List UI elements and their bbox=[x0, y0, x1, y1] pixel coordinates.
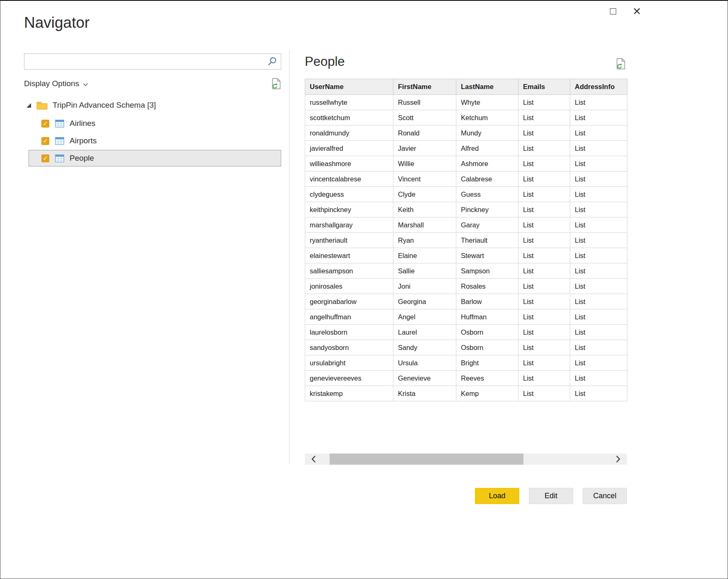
table-cell: List bbox=[518, 202, 570, 217]
table-cell: Ursula bbox=[393, 355, 456, 371]
table-cell: Bright bbox=[456, 355, 518, 371]
table-row: willieashmoreWillieAshmoreListList bbox=[305, 156, 627, 171]
table-row: vincentcalabreseVincentCalabreseListList bbox=[305, 171, 627, 187]
table-cell: clydeguess bbox=[305, 187, 393, 202]
table-cell: List bbox=[570, 171, 627, 187]
table-cell: Whyte bbox=[456, 95, 518, 110]
table-cell: genevievereeves bbox=[305, 371, 393, 386]
table-cell: List bbox=[570, 110, 627, 125]
table-cell: Pinckney bbox=[456, 202, 518, 217]
scroll-right-button[interactable] bbox=[610, 454, 627, 465]
table-cell: Rosales bbox=[456, 279, 518, 294]
table-cell: jonirosales bbox=[305, 279, 393, 294]
close-icon: ✕ bbox=[633, 5, 641, 17]
table-cell: List bbox=[570, 325, 627, 340]
chevron-right-icon bbox=[616, 455, 621, 463]
table-cell: sandyosborn bbox=[305, 340, 393, 355]
table-row: elainestewartElaineStewartListList bbox=[305, 248, 627, 263]
table-cell: Ryan bbox=[393, 233, 456, 248]
table-cell: angelhuffman bbox=[305, 309, 393, 325]
tree-item-label: Airlines bbox=[70, 119, 95, 128]
table-cell: Garay bbox=[456, 217, 518, 233]
table-cell: List bbox=[518, 371, 570, 386]
checkbox-icon[interactable]: ✓ bbox=[41, 154, 49, 162]
table-cell: List bbox=[570, 125, 627, 141]
tree-items: ✓Airlines✓Airports✓People bbox=[24, 115, 281, 166]
table-cell: Vincent bbox=[393, 171, 456, 187]
edit-button[interactable]: Edit bbox=[529, 488, 573, 504]
table-cell: Sallie bbox=[393, 263, 456, 279]
table-cell: scottketchum bbox=[305, 110, 393, 125]
table-cell: List bbox=[570, 309, 627, 325]
tree-item-label: Airports bbox=[70, 136, 96, 145]
table-row: ryantheriaultRyanTheriaultListList bbox=[305, 233, 627, 248]
table-cell: ryantheriault bbox=[305, 233, 393, 248]
table-cell: List bbox=[518, 248, 570, 263]
table-cell: laurelosborn bbox=[305, 325, 393, 340]
search-box bbox=[24, 53, 281, 70]
tree-item-people[interactable]: ✓People bbox=[29, 150, 281, 166]
table-row: ursulabrightUrsulaBrightListList bbox=[305, 355, 627, 371]
table-cell: Osborn bbox=[456, 340, 518, 355]
refresh-preview-button[interactable] bbox=[616, 58, 626, 70]
table-cell: List bbox=[518, 294, 570, 309]
table-row: marshallgarayMarshallGarayListList bbox=[305, 217, 627, 233]
table-cell: Sampson bbox=[456, 263, 518, 279]
table-cell: Sandy bbox=[393, 340, 456, 355]
table-cell: List bbox=[570, 233, 627, 248]
scrollbar-thumb[interactable] bbox=[330, 454, 523, 465]
cancel-button[interactable]: Cancel bbox=[583, 488, 627, 504]
table-row: georginabarlowGeorginaBarlowListList bbox=[305, 294, 627, 309]
table-cell: Javier bbox=[393, 141, 456, 156]
table-cell: List bbox=[518, 156, 570, 171]
tree-item-airports[interactable]: ✓Airports bbox=[29, 133, 281, 149]
maximize-button[interactable] bbox=[605, 3, 621, 19]
table-row: sandyosbornSandyOsbornListList bbox=[305, 340, 627, 355]
table-cell: vincentcalabrese bbox=[305, 171, 393, 187]
table-cell: Theriault bbox=[456, 233, 518, 248]
table-cell: salliesampson bbox=[305, 263, 393, 279]
table-cell: List bbox=[570, 279, 627, 294]
checkbox-icon[interactable]: ✓ bbox=[41, 137, 49, 145]
table-cell: Osborn bbox=[456, 325, 518, 340]
table-cell: List bbox=[518, 95, 570, 110]
table-cell: List bbox=[570, 141, 627, 156]
table-row: angelhuffmanAngelHuffmanListList bbox=[305, 309, 627, 325]
table-cell: Mundy bbox=[456, 125, 518, 141]
close-button[interactable]: ✕ bbox=[629, 3, 645, 19]
load-button[interactable]: Load bbox=[475, 488, 519, 504]
tree-item-airlines[interactable]: ✓Airlines bbox=[29, 115, 281, 132]
chevron-down-icon[interactable] bbox=[83, 83, 88, 87]
table-cell: Marshall bbox=[393, 217, 456, 233]
table-cell: List bbox=[570, 340, 627, 355]
table-cell: Georgina bbox=[393, 294, 456, 309]
table-row: laurelosbornLaurelOsbornListList bbox=[305, 325, 627, 340]
table-cell: Genevieve bbox=[393, 371, 456, 386]
table-row: kristakempKristaKempListList bbox=[305, 386, 627, 401]
table-cell: keithpinckney bbox=[305, 202, 393, 217]
preview-title: People bbox=[305, 54, 345, 69]
table-cell: List bbox=[518, 171, 570, 187]
table-cell: willieashmore bbox=[305, 156, 393, 171]
checkbox-icon[interactable]: ✓ bbox=[41, 120, 49, 128]
scroll-left-button[interactable] bbox=[305, 454, 322, 465]
table-cell: Calabrese bbox=[456, 171, 518, 187]
tree-item-label: People bbox=[70, 154, 94, 163]
table-cell: List bbox=[518, 233, 570, 248]
tree-root[interactable]: TripPin Advanced Schema [3] bbox=[24, 96, 281, 114]
panel-divider bbox=[289, 50, 289, 465]
search-input[interactable] bbox=[24, 54, 263, 69]
table-cell: List bbox=[518, 325, 570, 340]
tree-root-label: TripPin Advanced Schema [3] bbox=[53, 101, 156, 110]
column-header-addressinfo: AddressInfo bbox=[570, 79, 627, 95]
horizontal-scrollbar[interactable] bbox=[305, 454, 627, 465]
table-cell: List bbox=[518, 386, 570, 401]
table-row: ronaldmundyRonaldMundyListList bbox=[305, 125, 627, 141]
search-button[interactable] bbox=[263, 54, 281, 69]
table-icon bbox=[55, 137, 64, 145]
display-options-label[interactable]: Display Options bbox=[24, 79, 79, 88]
expander-icon[interactable] bbox=[27, 103, 31, 108]
refresh-icon bbox=[616, 58, 626, 70]
table-cell: List bbox=[570, 355, 627, 371]
refresh-button[interactable] bbox=[272, 78, 281, 89]
